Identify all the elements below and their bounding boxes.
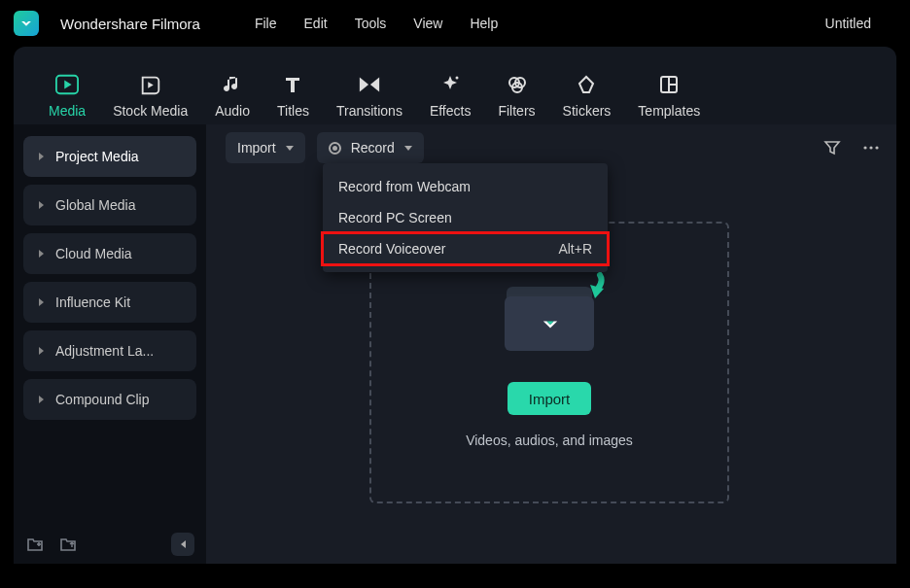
- import-button[interactable]: Import: [508, 382, 592, 415]
- tab-templates-label: Templates: [638, 103, 700, 119]
- svg-marker-2: [64, 80, 71, 88]
- menu-item-record-screen[interactable]: Record PC Screen: [323, 202, 608, 233]
- tab-effects[interactable]: Effects: [430, 74, 472, 119]
- svg-point-6: [456, 77, 459, 80]
- filmora-logo-icon: [542, 316, 559, 333]
- tab-filters[interactable]: Filters: [498, 74, 535, 119]
- chevron-right-icon: [39, 298, 44, 306]
- menu-item-record-voiceover[interactable]: Record Voiceover Alt+R: [323, 233, 608, 264]
- chevron-right-icon: [39, 201, 44, 209]
- app-name: Wondershare Filmora: [60, 16, 200, 32]
- menu-item-label: Record Voiceover: [338, 241, 446, 257]
- stickers-icon: [575, 74, 598, 95]
- svg-point-17: [869, 146, 872, 149]
- media-panel: Import Record Record from Webcam: [206, 124, 896, 564]
- sidebar-item-label: Project Media: [55, 149, 139, 164]
- effects-icon: [438, 74, 462, 95]
- chevron-left-icon: [181, 540, 186, 548]
- sidebar-item-influence-kit[interactable]: Influence Kit: [23, 282, 196, 323]
- collapse-sidebar-button[interactable]: [171, 533, 194, 556]
- sidebar-item-label: Influence Kit: [55, 294, 130, 310]
- menu-item-label: Record PC Screen: [338, 210, 452, 225]
- tab-titles[interactable]: Titles: [277, 74, 309, 119]
- dropzone-hint: Videos, audios, and images: [466, 432, 633, 448]
- tab-filters-label: Filters: [498, 103, 535, 119]
- svg-marker-0: [21, 21, 31, 26]
- sidebar-item-label: Cloud Media: [55, 246, 132, 261]
- menu-item-record-webcam[interactable]: Record from Webcam: [323, 171, 608, 202]
- titles-icon: [281, 74, 304, 95]
- chevron-right-icon: [39, 347, 44, 355]
- chevron-right-icon: [39, 250, 44, 258]
- chevron-down-icon: [286, 146, 294, 151]
- sidebar-item-adjustment-layer[interactable]: Adjustment La...: [23, 330, 196, 371]
- svg-marker-4: [360, 78, 368, 92]
- tab-transitions[interactable]: Transitions: [336, 74, 402, 119]
- transitions-icon: [358, 74, 381, 95]
- chevron-down-icon: [404, 146, 412, 151]
- filters-icon: [506, 74, 529, 95]
- tab-stickers[interactable]: Stickers: [563, 74, 612, 119]
- menu-help[interactable]: Help: [470, 16, 498, 31]
- app-logo: [14, 11, 39, 36]
- tab-stock-media-label: Stock Media: [113, 103, 188, 119]
- sidebar-item-label: Adjustment La...: [55, 343, 154, 359]
- sidebar-footer: [25, 533, 194, 556]
- record-dropdown[interactable]: Record: [317, 132, 424, 163]
- sidebar-item-global-media[interactable]: Global Media: [23, 185, 196, 225]
- menu-item-label: Record from Webcam: [338, 179, 471, 194]
- svg-point-18: [875, 146, 878, 149]
- import-dropdown[interactable]: Import: [226, 132, 305, 163]
- menu-item-shortcut: Alt+R: [558, 241, 592, 257]
- tool-tabs-bar: Media Stock Media Audio Titles Transitio…: [14, 47, 896, 124]
- sidebar-item-label: Global Media: [55, 197, 136, 213]
- record-menu: Record from Webcam Record PC Screen Reco…: [323, 163, 608, 272]
- svg-point-16: [863, 146, 866, 149]
- sidebar-item-project-media[interactable]: Project Media: [23, 136, 196, 177]
- menu-file[interactable]: File: [255, 16, 277, 31]
- tab-stock-media[interactable]: Stock Media: [113, 74, 188, 119]
- svg-marker-10: [579, 77, 593, 92]
- svg-marker-3: [148, 82, 154, 87]
- main-menu: File Edit Tools View Help: [255, 16, 498, 31]
- sidebar-item-compound-clip[interactable]: Compound Clip: [23, 379, 196, 420]
- more-options-icon[interactable]: [861, 139, 881, 156]
- chevron-right-icon: [39, 153, 44, 160]
- sidebar-item-cloud-media[interactable]: Cloud Media: [23, 233, 196, 274]
- download-arrow-icon: [575, 271, 608, 310]
- svg-marker-5: [370, 78, 379, 92]
- title-bar: Wondershare Filmora File Edit Tools View…: [0, 0, 910, 47]
- menu-tools[interactable]: Tools: [355, 16, 387, 31]
- record-icon: [329, 142, 341, 155]
- media-icon: [55, 74, 79, 95]
- templates-icon: [657, 74, 681, 95]
- new-folder-icon[interactable]: [25, 535, 45, 554]
- tab-stickers-label: Stickers: [563, 103, 612, 119]
- tab-titles-label: Titles: [277, 103, 309, 119]
- record-dropdown-label: Record: [351, 140, 395, 156]
- tab-audio-label: Audio: [215, 103, 250, 119]
- tab-media[interactable]: Media: [49, 74, 86, 119]
- tab-media-label: Media: [49, 103, 86, 119]
- document-title: Untitled: [825, 16, 871, 31]
- sidebar-item-label: Compound Clip: [55, 392, 150, 407]
- folder-expand-icon[interactable]: [58, 535, 78, 554]
- tab-transitions-label: Transitions: [336, 103, 402, 119]
- work-area: Project Media Global Media Cloud Media I…: [14, 124, 896, 564]
- tab-effects-label: Effects: [430, 103, 472, 119]
- media-sidebar: Project Media Global Media Cloud Media I…: [14, 124, 206, 564]
- folder-graphic: [505, 277, 594, 353]
- tab-templates[interactable]: Templates: [638, 74, 700, 119]
- menu-edit[interactable]: Edit: [304, 16, 328, 31]
- stock-media-icon: [139, 74, 162, 95]
- import-dropdown-label: Import: [237, 140, 276, 156]
- menu-view[interactable]: View: [413, 16, 442, 31]
- chevron-right-icon: [39, 396, 44, 403]
- tab-audio[interactable]: Audio: [215, 74, 250, 119]
- filter-icon[interactable]: [822, 139, 842, 156]
- audio-icon: [221, 74, 244, 95]
